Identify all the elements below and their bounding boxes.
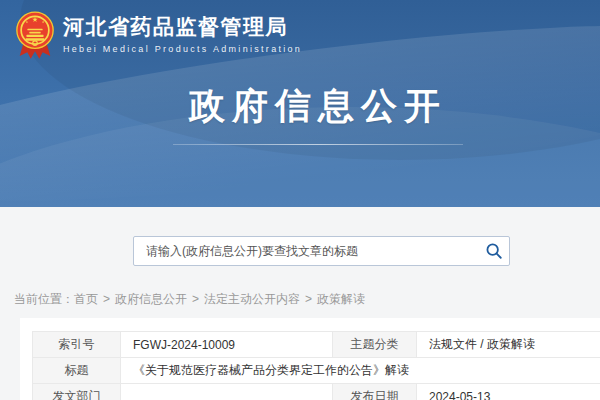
- title-value: 《关于规范医疗器械产品分类界定工作的公告》解读: [121, 358, 600, 384]
- search-button[interactable]: [479, 237, 509, 265]
- hero-banner: 河北省药品监督管理局 Hebei Medical Products Admini…: [0, 0, 600, 207]
- table-row-index-category: 索引号 FGWJ-2024-10009 主题分类 法规文件 / 政策解读: [33, 332, 600, 358]
- breadcrumb-item-gov-info[interactable]: 政府信息公开: [115, 292, 187, 306]
- search-box: [133, 236, 510, 266]
- page-content: 当前位置：首页>政府信息公开>法定主动公开内容>政策解读 索引号 FGWJ-20…: [0, 207, 600, 400]
- search-input[interactable]: [134, 237, 479, 265]
- china-national-emblem-icon: [14, 10, 56, 60]
- breadcrumb-item-current: 政策解读: [317, 292, 365, 306]
- breadcrumb-separator: >: [305, 292, 312, 306]
- banner-title: 政府信息公开: [18, 82, 600, 131]
- title-label: 标题: [33, 358, 121, 384]
- issuing-dept-value: [121, 384, 333, 400]
- index-number-label: 索引号: [33, 332, 121, 358]
- banner: 政府信息公开: [18, 82, 600, 145]
- publish-date-label: 发布日期: [333, 384, 417, 400]
- search-icon: [485, 242, 503, 260]
- breadcrumb-label: 当前位置：: [14, 292, 74, 306]
- category-value: 法规文件 / 政策解读: [417, 332, 600, 358]
- table-row-title: 标题 《关于规范医疗器械产品分类界定工作的公告》解读: [33, 358, 600, 384]
- table-row-dept-date: 发文部门 发布日期 2024-05-13: [33, 384, 600, 400]
- site-titles: 河北省药品监督管理局 Hebei Medical Products Admini…: [63, 10, 302, 54]
- category-label: 主题分类: [333, 332, 417, 358]
- index-number-value: FGWJ-2024-10009: [121, 332, 333, 358]
- doc-info-table: 索引号 FGWJ-2024-10009 主题分类 法规文件 / 政策解读 标题 …: [32, 331, 600, 400]
- breadcrumb-separator: >: [192, 292, 199, 306]
- issuing-dept-label: 发文部门: [33, 384, 121, 400]
- breadcrumb-separator: >: [103, 292, 110, 306]
- publish-date-value: 2024-05-13: [417, 384, 600, 400]
- breadcrumb-item-disclosure[interactable]: 法定主动公开内容: [204, 292, 300, 306]
- breadcrumb: 当前位置：首页>政府信息公开>法定主动公开内容>政策解读: [14, 291, 365, 308]
- breadcrumb-item-home[interactable]: 首页: [74, 292, 98, 306]
- site-name: 河北省药品监督管理局: [63, 15, 302, 39]
- site-header: 河北省药品监督管理局 Hebei Medical Products Admini…: [0, 0, 600, 60]
- banner-underline: [173, 144, 463, 145]
- document-card: 索引号 FGWJ-2024-10009 主题分类 法规文件 / 政策解读 标题 …: [20, 318, 600, 400]
- site-name-en: Hebei Medical Products Administration: [63, 44, 302, 54]
